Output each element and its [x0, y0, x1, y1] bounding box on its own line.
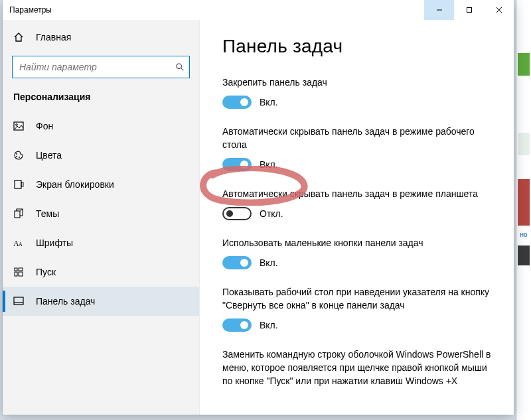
- svg-point-8: [16, 153, 17, 155]
- sidebar-item-label: Темы: [36, 208, 59, 219]
- page-title: Панель задач: [222, 36, 494, 57]
- toggle-row: Вкл.: [222, 158, 494, 171]
- themes-icon: [13, 208, 24, 219]
- svg-point-7: [16, 124, 18, 126]
- setting-lock-taskbar: Закрепить панель задач Вкл.: [222, 76, 494, 109]
- svg-point-9: [16, 156, 17, 157]
- setting-label: Автоматически скрывать панель задач в ре…: [222, 125, 494, 151]
- toggle-state-text: Вкл.: [260, 257, 278, 268]
- svg-rect-16: [15, 268, 17, 271]
- content-pane: Панель задач Закрепить панель задач Вкл.…: [200, 20, 514, 415]
- search-box[interactable]: [12, 56, 190, 78]
- sidebar-item-fonts[interactable]: AA Шрифты: [3, 228, 199, 257]
- svg-point-10: [19, 157, 20, 158]
- toggle-state-text: Вкл.: [260, 159, 278, 170]
- sidebar-item-label: Панель задач: [36, 296, 95, 307]
- close-button[interactable]: [484, 0, 514, 20]
- toggle-row: Вкл.: [222, 256, 494, 269]
- titlebar: Параметры: [3, 0, 514, 20]
- setting-autohide-desktop: Автоматически скрывать панель задач в ре…: [222, 125, 494, 171]
- svg-rect-17: [19, 268, 23, 271]
- palette-icon: [13, 150, 24, 161]
- setting-label: Использовать маленькие кнопки панели зад…: [222, 236, 494, 249]
- bg-swatch: [518, 133, 530, 155]
- svg-rect-19: [19, 272, 23, 276]
- sidebar-home-label: Главная: [36, 32, 71, 42]
- sidebar-item-label: Фон: [36, 121, 53, 131]
- sidebar-item-lockscreen[interactable]: Экран блокировки: [3, 170, 199, 199]
- svg-text:A: A: [19, 242, 23, 247]
- minimize-button[interactable]: [424, 0, 454, 20]
- toggle-row: Откл.: [222, 207, 494, 220]
- svg-rect-1: [467, 8, 471, 13]
- fonts-icon: AA: [13, 238, 24, 248]
- window-title: Параметры: [9, 5, 52, 15]
- sidebar-item-label: Пуск: [36, 267, 56, 277]
- svg-rect-18: [15, 272, 17, 276]
- sidebar-item-background[interactable]: Фон: [3, 111, 199, 141]
- background-browser-strip: но: [516, 0, 531, 420]
- toggle-state-text: Вкл.: [260, 97, 278, 107]
- toggle-state-text: Вкл.: [260, 320, 278, 330]
- sidebar-item-colors[interactable]: Цвета: [3, 141, 199, 170]
- svg-point-4: [177, 64, 182, 69]
- svg-rect-13: [15, 211, 20, 218]
- taskbar-icon: [13, 296, 24, 307]
- sidebar-home[interactable]: Главная: [3, 24, 199, 50]
- toggle-row: Вкл.: [222, 318, 494, 332]
- bg-label: но: [516, 231, 531, 238]
- setting-label: Автоматически скрывать панель задач в ре…: [222, 187, 494, 200]
- bg-swatch: [518, 245, 530, 265]
- svg-line-5: [181, 68, 184, 71]
- maximize-button[interactable]: [454, 0, 484, 20]
- sidebar-section-header: Персонализация: [3, 85, 199, 111]
- toggle-state-text: Откл.: [260, 208, 283, 219]
- toggle-switch[interactable]: [222, 256, 252, 269]
- sidebar-item-label: Цвета: [36, 150, 62, 161]
- setting-peek-desktop: Показывать рабочий стол при наведении ук…: [222, 285, 494, 332]
- toggle-row: Вкл.: [222, 96, 494, 109]
- setting-label: Закрепить панель задач: [222, 76, 494, 89]
- setting-autohide-tablet: Автоматически скрывать панель задач в ре…: [222, 187, 494, 220]
- setting-powershell: Заменить командную строку оболочкой Wind…: [222, 348, 494, 387]
- bg-swatch: [518, 179, 530, 226]
- search-wrap: [12, 56, 190, 78]
- toggle-switch[interactable]: [222, 158, 252, 171]
- sidebar-item-label: Экран блокировки: [36, 179, 114, 190]
- toggle-switch[interactable]: [222, 207, 252, 220]
- setting-small-buttons: Использовать маленькие кнопки панели зад…: [222, 236, 494, 269]
- sidebar-item-start[interactable]: Пуск: [3, 257, 199, 287]
- sidebar-item-label: Шрифты: [36, 238, 73, 248]
- window-controls: [424, 0, 514, 20]
- home-icon: [13, 32, 24, 42]
- svg-rect-12: [21, 182, 23, 186]
- setting-label: Показывать рабочий стол при наведении ук…: [222, 285, 494, 312]
- window-body: Главная Персонализация Фон: [3, 20, 514, 415]
- sidebar-item-taskbar[interactable]: Панель задач: [3, 287, 199, 316]
- search-icon: [175, 62, 185, 72]
- toggle-switch[interactable]: [222, 318, 252, 332]
- lockscreen-icon: [13, 179, 24, 190]
- setting-label: Заменить командную строку оболочкой Wind…: [222, 348, 494, 387]
- svg-rect-20: [14, 297, 23, 305]
- search-input[interactable]: [18, 61, 175, 73]
- sidebar-item-themes[interactable]: Темы: [3, 199, 199, 228]
- bg-swatch: [518, 53, 530, 76]
- settings-window: Параметры Главная: [3, 0, 514, 415]
- start-icon: [13, 267, 24, 277]
- svg-rect-11: [15, 180, 21, 188]
- picture-icon: [13, 121, 24, 131]
- sidebar: Главная Персонализация Фон: [3, 20, 200, 415]
- toggle-switch[interactable]: [222, 96, 252, 109]
